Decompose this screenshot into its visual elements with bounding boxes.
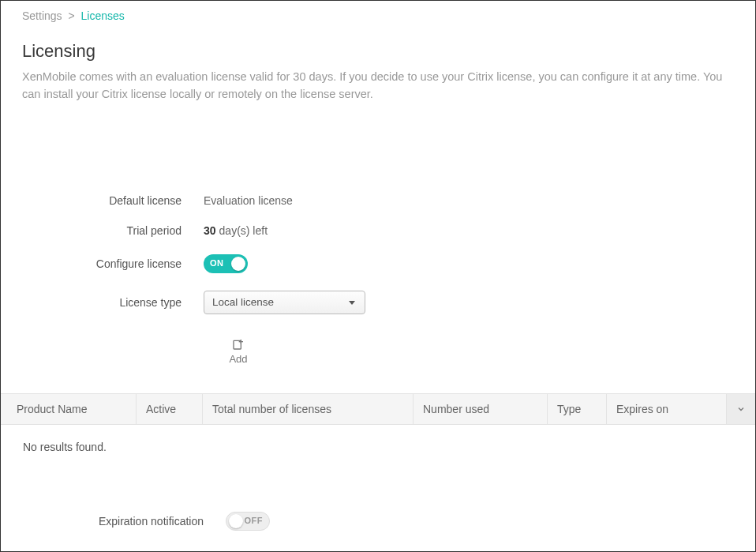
- license-type-selected: Local license: [212, 296, 274, 308]
- default-license-label: Default license: [22, 194, 204, 207]
- caret-down-icon: [349, 301, 355, 305]
- trial-period-value: 30 day(s) left: [204, 224, 268, 237]
- default-license-value: Evaluation license: [204, 194, 293, 207]
- table-header-row: Product Name Active Total number of lice…: [1, 393, 755, 425]
- breadcrumb-current[interactable]: Licenses: [81, 9, 125, 22]
- expiration-notification-label: Expiration notification: [22, 515, 226, 528]
- license-type-label: License type: [22, 296, 204, 309]
- th-expires[interactable]: Expires on: [607, 394, 727, 424]
- th-total[interactable]: Total number of licenses: [203, 394, 414, 424]
- page-title: Licensing: [22, 41, 755, 62]
- configure-license-toggle[interactable]: ON: [204, 254, 248, 273]
- page-description: XenMobile comes with an evaluation licen…: [22, 68, 734, 103]
- table-empty-message: No results found.: [1, 425, 755, 453]
- add-button[interactable]: Add: [225, 338, 252, 365]
- license-type-select[interactable]: Local license: [204, 291, 365, 314]
- toggle-off-text: OFF: [245, 516, 264, 525]
- licenses-table: Product Name Active Total number of lice…: [1, 393, 755, 453]
- add-icon: [232, 338, 245, 351]
- configure-license-label: Configure license: [22, 257, 204, 270]
- add-button-label: Add: [229, 353, 247, 365]
- th-menu-button[interactable]: [727, 394, 755, 424]
- toggle-knob: [229, 514, 243, 528]
- th-type[interactable]: Type: [548, 394, 607, 424]
- th-product-name[interactable]: Product Name: [1, 394, 137, 424]
- toggle-on-text: ON: [210, 258, 224, 268]
- breadcrumb: Settings > Licenses: [1, 1, 755, 22]
- breadcrumb-parent[interactable]: Settings: [22, 9, 62, 22]
- trial-period-label: Trial period: [22, 224, 204, 237]
- th-used[interactable]: Number used: [414, 394, 548, 424]
- expiration-notification-toggle[interactable]: OFF: [226, 512, 270, 531]
- breadcrumb-separator: >: [68, 9, 74, 22]
- trial-period-count: 30: [204, 224, 216, 237]
- chevron-down-icon: [736, 404, 746, 414]
- trial-period-suffix: day(s) left: [219, 224, 268, 237]
- th-active[interactable]: Active: [137, 394, 203, 424]
- toggle-knob: [231, 257, 245, 271]
